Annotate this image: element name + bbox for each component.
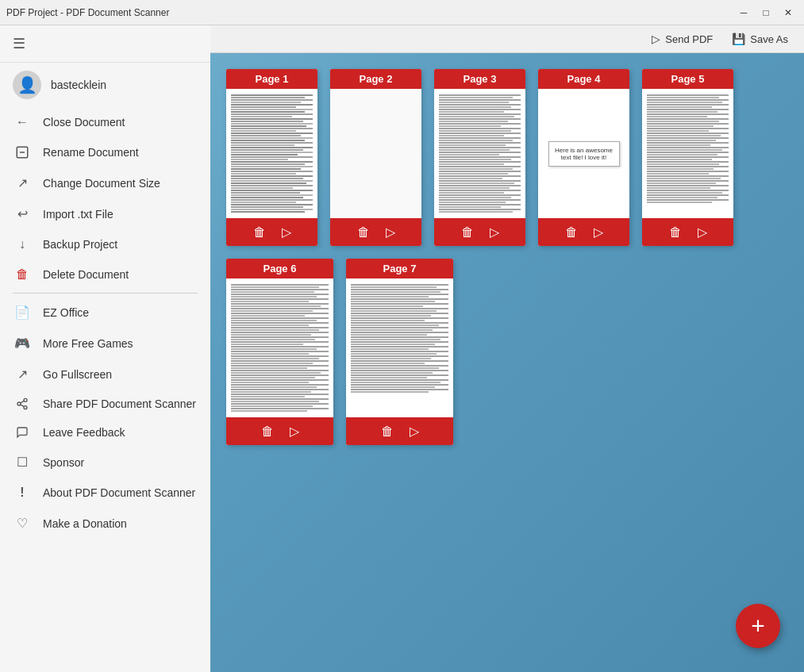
pages-area: Page 1 [210,53,804,672]
page-1-preview [226,89,317,218]
sidebar-item-leave-feedback[interactable]: Leave Feedback [0,418,210,447]
page-card-4: Page 4 Here is an awesome text file! I l… [538,69,629,246]
sidebar-item-label: Go Fullscreen [43,368,112,381]
sidebar-item-label: Share PDF Document Scanner [43,397,196,410]
close-button[interactable]: ✕ [779,5,798,21]
sidebar-item-delete-document[interactable]: 🗑 Delete Document [0,259,210,290]
delete-icon: 🗑 [13,267,32,282]
share-icon [13,397,32,410]
page-6-preview [226,278,333,417]
page-1-delete-button[interactable]: 🗑 [253,225,266,240]
page-5-actions: 🗑 ▷ [642,218,733,246]
fullscreen-icon: ↗ [13,367,32,382]
sidebar-item-label: Close Document [43,116,125,129]
page-card-1: Page 1 [226,69,317,246]
page-2-send-button[interactable]: ▷ [386,225,395,240]
rename-document-icon [13,145,32,159]
sidebar-item-label: Sponsor [43,456,84,469]
sidebar-item-more-free-games[interactable]: 🎮 More Free Games [0,328,210,359]
page-6-actions: 🗑 ▷ [226,417,333,445]
sidebar-item-label: Leave Feedback [43,426,125,439]
page-2-preview [330,89,421,218]
page-4-send-button[interactable]: ▷ [594,225,603,240]
sidebar-item-label: More Free Games [43,337,133,350]
send-pdf-button[interactable]: ▷ Send PDF [645,29,719,48]
page-3-send-button[interactable]: ▷ [490,225,499,240]
page-2-actions: 🗑 ▷ [330,218,421,246]
user-row: 👤 bastecklein [0,63,210,107]
titlebar-title: PDF Project - PDF Document Scanner [6,7,169,18]
hamburger-icon[interactable]: ☰ [13,35,25,52]
page-card-3: Page 3 [434,69,525,246]
sidebar: ☰ 👤 bastecklein ← Close Document Rename … [0,25,210,672]
sidebar-item-label: Make a Donation [43,517,127,530]
backup-icon: ↓ [13,237,32,252]
minimize-button[interactable]: ─ [734,5,753,21]
page-2-label: Page 2 [330,69,421,89]
sidebar-item-label: About PDF Document Scanner [43,486,195,499]
sidebar-item-label: Backup Project [43,238,117,251]
add-page-fab[interactable]: + [736,604,780,648]
page-1-actions: 🗑 ▷ [226,218,317,246]
page-4-annotation: Here is an awesome text file! I love it! [548,141,620,167]
sidebar-item-ez-office[interactable]: 📄 EZ Office [0,297,210,328]
svg-line-5 [21,405,25,407]
page-7-send-button[interactable]: ▷ [410,424,419,439]
close-document-icon: ← [13,115,32,129]
sidebar-divider [13,293,198,294]
sidebar-item-sponsor[interactable]: ☐ Sponsor [0,447,210,478]
page-3-delete-button[interactable]: 🗑 [461,225,474,240]
sidebar-item-close-document[interactable]: ← Close Document [0,107,210,137]
page-6-label: Page 6 [226,259,333,278]
avatar: 👤 [13,71,41,99]
page-4-delete-button[interactable]: 🗑 [565,225,578,240]
sidebar-header: ☰ [0,25,210,63]
page-7-preview [346,278,453,417]
sidebar-item-go-fullscreen[interactable]: ↗ Go Fullscreen [0,359,210,390]
sidebar-item-import-txt[interactable]: ↩ Import .txt File [0,198,210,229]
sidebar-item-rename-document[interactable]: Rename Document [0,137,210,167]
toolbar: ▷ Send PDF 💾 Save As [210,25,804,53]
page-card-7: Page 7 [346,259,453,445]
page-card-5: Page 5 [642,69,733,246]
sidebar-item-make-donation[interactable]: ♡ Make a Donation [0,508,210,539]
svg-line-6 [21,401,25,403]
sidebar-item-share-pdf[interactable]: Share PDF Document Scanner [0,390,210,418]
save-as-button[interactable]: 💾 Save As [725,29,794,48]
import-txt-icon: ↩ [13,206,32,221]
main-layout: ☰ 👤 bastecklein ← Close Document Rename … [0,25,804,672]
maximize-button[interactable]: □ [756,5,775,21]
page-6-delete-button[interactable]: 🗑 [261,424,274,439]
sidebar-item-about[interactable]: ! About PDF Document Scanner [0,478,210,508]
page-7-label: Page 7 [346,259,453,278]
page-5-delete-button[interactable]: 🗑 [669,225,682,240]
page-3-preview [434,89,525,218]
pages-row-2: Page 6 [226,259,788,445]
page-2-delete-button[interactable]: 🗑 [357,225,370,240]
page-1-send-button[interactable]: ▷ [282,225,291,240]
page-4-label: Page 4 [538,69,629,89]
sidebar-item-backup-project[interactable]: ↓ Backup Project [0,229,210,259]
page-6-send-button[interactable]: ▷ [290,424,299,439]
sidebar-item-label: Delete Document [43,268,129,281]
page-5-label: Page 5 [642,69,733,89]
page-card-2: Page 2 🗑 ▷ [330,69,421,246]
feedback-icon [13,426,32,439]
sidebar-item-label: Change Document Size [43,177,160,190]
svg-point-2 [24,398,27,401]
pages-row-1: Page 1 [226,69,788,246]
sidebar-item-change-document-size[interactable]: ↗ Change Document Size [0,167,210,198]
sponsor-icon: ☐ [13,455,32,470]
page-5-send-button[interactable]: ▷ [698,225,707,240]
page-4-preview: Here is an awesome text file! I love it! [538,89,629,218]
svg-point-4 [24,406,27,409]
send-pdf-icon: ▷ [652,33,660,45]
about-icon: ! [13,486,32,500]
sidebar-item-label: Import .txt File [43,208,113,221]
user-name: bastecklein [51,79,106,91]
page-7-delete-button[interactable]: 🗑 [381,424,394,439]
page-3-actions: 🗑 ▷ [434,218,525,246]
more-free-games-icon: 🎮 [13,336,32,351]
titlebar-controls: ─ □ ✕ [734,5,798,21]
titlebar: PDF Project - PDF Document Scanner ─ □ ✕ [0,0,804,25]
